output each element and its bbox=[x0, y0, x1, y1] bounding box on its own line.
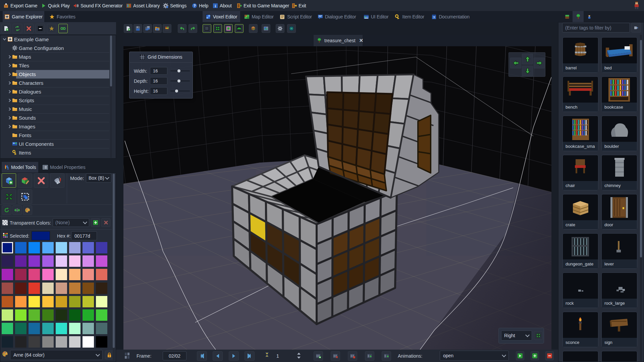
svg-text:i: i bbox=[215, 4, 216, 8]
svg-text:?: ? bbox=[194, 4, 196, 8]
svg-text:?: ? bbox=[433, 15, 435, 19]
